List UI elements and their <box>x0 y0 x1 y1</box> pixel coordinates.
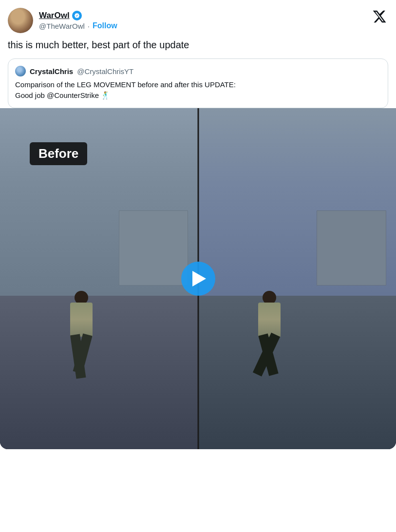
quoted-tweet[interactable]: CrystalChris @CrystalChrisYT Comparison … <box>8 58 388 108</box>
user-name-row: WarOwl <box>39 11 117 20</box>
wall-panel-right <box>317 210 386 285</box>
x-logo-icon <box>371 8 388 25</box>
video-frame: Before <box>0 108 396 449</box>
user-handle-row: @TheWarOwl · Follow <box>39 21 117 30</box>
character-right <box>247 291 291 398</box>
user-handle: @TheWarOwl <box>39 22 85 30</box>
tweet-user-section: WarOwl @TheWarOwl · Follow <box>8 8 117 33</box>
floor-right <box>198 296 396 449</box>
play-button[interactable] <box>181 262 215 296</box>
video-right-panel <box>198 108 396 449</box>
avatar[interactable] <box>8 8 33 33</box>
quoted-handle: @CrystalChrisYT <box>77 67 133 76</box>
character-left <box>59 291 103 398</box>
quoted-avatar <box>15 66 26 76</box>
quoted-tweet-header: CrystalChris @CrystalChrisYT <box>15 66 381 76</box>
verified-icon <box>72 11 82 20</box>
user-info: WarOwl @TheWarOwl · Follow <box>39 11 117 30</box>
tweet-header: WarOwl @TheWarOwl · Follow <box>8 8 388 33</box>
tweet-container: WarOwl @TheWarOwl · Follow <box>0 0 396 108</box>
wall-panel-left <box>119 210 188 285</box>
separator: · <box>88 22 90 30</box>
video-container[interactable]: Before <box>0 108 396 449</box>
play-triangle-icon <box>192 271 206 286</box>
quoted-tweet-text: Comparison of the LEG MOVEMENT before an… <box>15 79 381 101</box>
tweet-text: this is much better, best part of the up… <box>8 38 388 52</box>
before-label: Before <box>30 142 87 165</box>
follow-button[interactable]: Follow <box>93 21 117 30</box>
quoted-display-name: CrystalChris <box>30 67 73 76</box>
video-left-panel: Before <box>0 108 198 449</box>
user-display-name[interactable]: WarOwl <box>39 11 70 20</box>
